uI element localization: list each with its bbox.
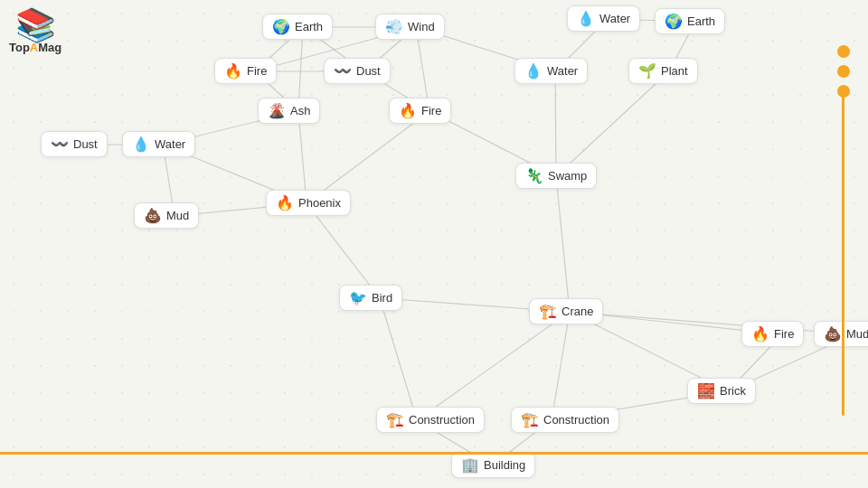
node-construction1[interactable]: 🏗️Construction (376, 407, 485, 433)
node-icon-plant1: 🌱 (638, 62, 656, 80)
node-icon-building1: 🏢 (461, 456, 479, 474)
node-label-construction1: Construction (409, 413, 475, 427)
node-label-construction2: Construction (543, 413, 609, 427)
node-label-phoenix1: Phoenix (298, 196, 341, 210)
node-water1[interactable]: 💧Water (567, 5, 640, 32)
node-dust1[interactable]: 〰️Dust (324, 58, 391, 84)
node-label-mud1: Mud (166, 209, 189, 222)
node-icon-water3: 💧 (132, 136, 150, 153)
bottom-line (0, 452, 868, 455)
node-label-brick1: Brick (720, 384, 746, 398)
node-icon-water1: 💧 (577, 10, 595, 27)
svg-line-17 (556, 71, 669, 176)
node-label-wind1: Wind (408, 20, 435, 33)
node-icon-construction2: 🏗️ (521, 411, 539, 428)
svg-line-27 (380, 298, 417, 420)
node-icon-phoenix1: 🔥 (276, 194, 294, 211)
node-icon-earth2: 🌍 (665, 13, 683, 30)
svg-line-16 (555, 71, 556, 176)
node-icon-crane1: 🏗️ (539, 303, 557, 320)
node-water2[interactable]: 💧Water (514, 58, 588, 84)
node-label-dust1: Dust (356, 64, 381, 78)
node-label-water3: Water (155, 137, 185, 151)
node-fire1[interactable]: 🔥Fire (214, 58, 277, 84)
node-earth1[interactable]: 🌍Earth (262, 14, 333, 40)
node-building1[interactable]: 🏢Building (451, 452, 535, 478)
node-icon-earth1: 🌍 (272, 18, 290, 35)
node-label-water1: Water (599, 12, 630, 25)
logo: 📚 TopAMag (9, 9, 61, 53)
node-earth2[interactable]: 🌍Earth (655, 8, 725, 34)
node-icon-mud1: 💩 (144, 207, 162, 224)
node-label-fire2: Fire (421, 104, 441, 117)
node-label-swamp1: Swamp (548, 169, 587, 183)
node-ash1[interactable]: 🌋Ash (258, 98, 320, 124)
node-fire3[interactable]: 🔥Fire (741, 321, 804, 347)
svg-line-29 (552, 312, 570, 420)
node-label-mud2: Mud (846, 327, 868, 341)
node-icon-water2: 💧 (524, 62, 542, 80)
sidebar-dot-1[interactable] (837, 45, 850, 58)
node-dust2[interactable]: 〰️Dust (41, 131, 108, 157)
node-icon-swamp1: 🦎 (525, 167, 543, 184)
node-icon-fire1: 🔥 (224, 62, 242, 80)
logo-text: TopAMag (9, 42, 61, 53)
node-icon-wind1: 💨 (385, 18, 403, 35)
node-label-earth2: Earth (687, 14, 715, 28)
node-fire2[interactable]: 🔥Fire (389, 98, 451, 124)
node-bird1[interactable]: 🐦Bird (339, 285, 402, 311)
node-wind1[interactable]: 💨Wind (375, 14, 445, 40)
node-label-bird1: Bird (372, 291, 392, 305)
node-icon-bird1: 🐦 (349, 289, 367, 306)
svg-line-28 (417, 312, 570, 420)
node-water3[interactable]: 💧Water (122, 131, 195, 157)
logo-icon: 📚 (15, 9, 56, 42)
node-icon-mud2: 💩 (824, 325, 842, 343)
svg-line-25 (556, 176, 570, 312)
node-brick1[interactable]: 🧱Brick (687, 378, 756, 404)
node-label-dust2: Dust (73, 137, 98, 151)
node-phoenix1[interactable]: 🔥Phoenix (266, 190, 351, 216)
node-label-ash1: Ash (290, 104, 310, 117)
node-label-fire3: Fire (774, 327, 794, 341)
node-icon-brick1: 🧱 (697, 382, 715, 399)
node-swamp1[interactable]: 🦎Swamp (515, 163, 597, 189)
node-plant1[interactable]: 🌱Plant (628, 58, 698, 84)
node-label-plant1: Plant (661, 64, 688, 78)
svg-line-32 (570, 312, 854, 334)
node-label-fire1: Fire (247, 64, 267, 78)
node-mud1[interactable]: 💩Mud (134, 202, 199, 229)
node-label-building1: Building (484, 458, 525, 472)
node-construction2[interactable]: 🏗️Construction (511, 407, 619, 433)
node-crane1[interactable]: 🏗️Crane (529, 298, 603, 324)
node-icon-dust2: 〰️ (51, 136, 69, 153)
node-icon-fire2: 🔥 (399, 102, 417, 119)
sidebar-dot-2[interactable] (837, 65, 850, 78)
node-mud2[interactable]: 💩Mud (814, 321, 868, 347)
sidebar-line (842, 90, 844, 416)
node-label-water2: Water (547, 64, 578, 78)
node-icon-ash1: 🌋 (268, 102, 286, 119)
node-icon-fire3: 🔥 (751, 325, 769, 343)
node-label-earth1: Earth (295, 20, 323, 33)
node-icon-construction1: 🏗️ (386, 411, 404, 428)
node-label-crane1: Crane (561, 305, 593, 318)
node-icon-dust1: 〰️ (334, 62, 352, 80)
